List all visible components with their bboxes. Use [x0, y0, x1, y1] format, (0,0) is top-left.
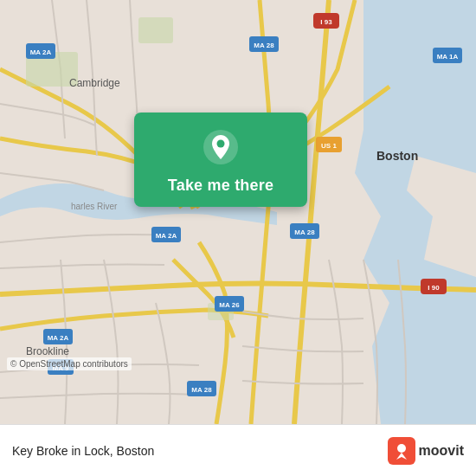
- svg-text:Cambridge: Cambridge: [69, 77, 120, 89]
- svg-text:I 93: I 93: [320, 18, 332, 26]
- moovit-text: moovit: [419, 443, 464, 459]
- svg-text:MA 1A: MA 1A: [437, 53, 459, 61]
- location-card: Take me there: [134, 113, 307, 207]
- svg-point-33: [217, 140, 225, 148]
- svg-text:MA 26: MA 26: [219, 301, 240, 309]
- svg-text:US 1: US 1: [321, 142, 337, 150]
- moovit-logo: moovit: [388, 437, 464, 465]
- bottom-bar: Key Broke in Lock, Boston moovit: [0, 424, 476, 476]
- svg-text:MA 2A: MA 2A: [30, 48, 52, 56]
- svg-text:MA 28: MA 28: [191, 386, 212, 394]
- pin-icon: [202, 128, 240, 166]
- svg-text:MA 28: MA 28: [294, 228, 315, 236]
- svg-text:MA 2A: MA 2A: [156, 232, 177, 240]
- take-me-there-button[interactable]: Take me there: [168, 177, 273, 195]
- svg-text:MA 2A: MA 2A: [48, 334, 69, 342]
- svg-rect-2: [138, 17, 173, 43]
- svg-text:I 90: I 90: [428, 284, 440, 292]
- location-title: Key Broke in Lock, Boston: [12, 444, 154, 458]
- svg-text:Boston: Boston: [376, 149, 418, 163]
- svg-point-35: [397, 444, 406, 453]
- svg-text:harles River: harles River: [71, 202, 118, 211]
- map-attribution: © OpenStreetMap contributors: [7, 357, 132, 370]
- svg-text:MA 28: MA 28: [254, 42, 274, 49]
- svg-text:Brookline: Brookline: [26, 345, 69, 357]
- moovit-logo-icon: [388, 437, 415, 465]
- map-container: MA 2A MA 28 US 1 I 93 MA 2A MA 2A MA 28 …: [0, 0, 476, 424]
